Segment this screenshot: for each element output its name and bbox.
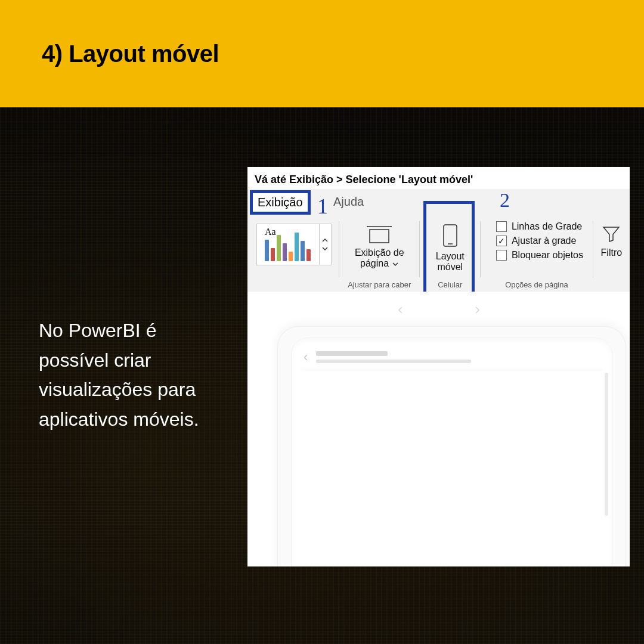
- page-option-label: Bloquear objetos: [512, 250, 583, 261]
- chevron-up-icon: [322, 239, 328, 242]
- instruction-text: Vá até Exibição > Selecione 'Layout móve…: [247, 167, 630, 190]
- funnel-icon: [601, 224, 621, 244]
- ribbon-group-page-view: Exibição de página Ajustar para caber: [339, 218, 419, 292]
- checkbox-icon: ✓: [496, 236, 507, 246]
- page-option-2[interactable]: Bloquear objetos: [496, 250, 583, 261]
- tab-exibicao[interactable]: Exibição: [250, 190, 311, 215]
- preview-scrollbar[interactable]: [605, 373, 608, 516]
- tablet-frame: ‹: [277, 326, 626, 566]
- step-marker-2: 2: [500, 189, 510, 212]
- svg-marker-6: [603, 227, 619, 242]
- page-header: 4) Layout móvel: [0, 0, 644, 107]
- ribbon-body: Aa: [247, 216, 630, 292]
- svg-rect-4: [444, 225, 457, 246]
- ribbon-group-filters: Filtro: [593, 218, 630, 292]
- page-view-group-label: Ajustar para caber: [339, 280, 419, 289]
- page-view-label: Exibição de página: [355, 247, 404, 270]
- chevron-left-icon: [397, 306, 403, 314]
- page-title: 4) Layout móvel: [42, 41, 219, 67]
- step-marker-1: 1: [317, 194, 328, 219]
- pagination-dots: [247, 292, 630, 314]
- page-view-button[interactable]: Exibição de página: [343, 221, 415, 270]
- tab-ajuda[interactable]: Ajuda: [333, 195, 364, 209]
- ribbon-group-themes: Aa: [247, 218, 339, 292]
- mobile-group-label: Celular: [420, 280, 480, 289]
- page-option-0[interactable]: Linhas de Grade: [496, 221, 583, 232]
- page-options-group-label: Opções de página: [481, 280, 593, 289]
- ribbon-group-mobile: Layout móvel Celular: [420, 218, 480, 292]
- page-option-1[interactable]: ✓Ajustar à grade: [496, 236, 583, 246]
- theme-preview-card[interactable]: Aa: [256, 224, 320, 265]
- chevron-down-icon: [322, 247, 328, 250]
- svg-rect-0: [370, 230, 389, 243]
- page-view-icon: [366, 225, 392, 245]
- filters-label: Filtro: [601, 247, 623, 258]
- mobile-preview-header: ‹: [301, 344, 602, 370]
- tablet-screen: ‹: [291, 338, 612, 566]
- header-placeholder-lines: [316, 351, 471, 363]
- ribbon-group-page-options: Linhas de Grade✓Ajustar à gradeBloquear …: [481, 218, 593, 292]
- checkbox-icon: [496, 221, 507, 232]
- mobile-layout-label: Layout móvel: [436, 251, 465, 273]
- theme-sample-text: Aa: [265, 227, 276, 237]
- mobile-phone-icon: [442, 224, 458, 247]
- page-option-label: Ajustar à grade: [512, 236, 577, 246]
- ribbon-tabs: Exibição 1 Ajuda 2: [247, 190, 630, 216]
- filters-button[interactable]: Filtro: [601, 224, 623, 258]
- mobile-canvas-area: ‹: [247, 292, 630, 566]
- ribbon: Exibição 1 Ajuda 2 Aa: [247, 190, 630, 292]
- chevron-down-icon: [392, 262, 398, 266]
- powerbi-screenshot: Vá até Exibição > Selecione 'Layout móve…: [247, 167, 630, 566]
- chevron-right-icon: [475, 306, 481, 314]
- theme-dropdown-button[interactable]: [320, 224, 332, 265]
- back-chevron-icon[interactable]: ‹: [304, 349, 308, 365]
- mobile-layout-button[interactable]: Layout móvel: [436, 218, 465, 273]
- page-option-label: Linhas de Grade: [512, 221, 582, 232]
- checkbox-icon: [496, 250, 507, 261]
- side-description: No PowerBI é possível criar visualizaçõe…: [39, 316, 230, 434]
